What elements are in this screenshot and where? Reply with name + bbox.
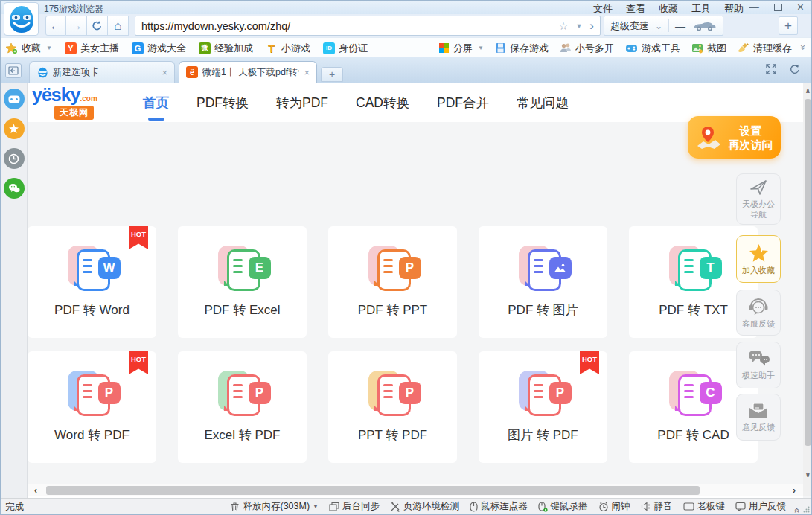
fullscreen-icon[interactable] bbox=[765, 63, 777, 75]
chat-bubbles-icon bbox=[747, 350, 770, 368]
window-controls: — × bbox=[749, 2, 804, 13]
pdf-to-image-icon bbox=[515, 246, 572, 292]
favorites-panel-button[interactable] bbox=[4, 118, 25, 139]
minimize-button[interactable]: — bbox=[749, 4, 759, 11]
game-tools-button[interactable]: 游戏工具 bbox=[625, 42, 680, 55]
speed-assistant-button[interactable]: 极速助手 bbox=[736, 342, 781, 388]
card-pdf-to-word[interactable]: HOT W PDF 转 Word bbox=[28, 226, 156, 338]
restore-session-icon[interactable] bbox=[789, 63, 801, 75]
horizontal-scrollbar[interactable]: ‹ › bbox=[28, 484, 803, 496]
nav-pdf-merge[interactable]: PDF合并 bbox=[435, 94, 490, 112]
favorites-menu[interactable]: 收藏 ▼ bbox=[5, 42, 52, 55]
browser-side-panel bbox=[1, 83, 28, 499]
split-caret-icon: ▼ bbox=[478, 45, 484, 51]
revisit-settings-button[interactable]: 设置 再次访问 bbox=[688, 116, 781, 159]
close-button[interactable]: × bbox=[797, 3, 804, 12]
nav-to-pdf[interactable]: 转为PDF bbox=[275, 94, 330, 112]
mute-button[interactable]: 静音 bbox=[641, 500, 673, 513]
card-excel-to-pdf[interactable]: P Excel 转 PDF bbox=[178, 351, 307, 463]
resize-grip[interactable] bbox=[803, 506, 810, 513]
go-icon[interactable]: › bbox=[589, 19, 594, 33]
card-pdf-to-image[interactable]: PDF 转 图片 bbox=[479, 226, 607, 338]
games-panel-button[interactable] bbox=[4, 89, 25, 109]
speed-dropdown-icon[interactable]: ⌄ bbox=[655, 21, 662, 31]
toolbar-overflow-icon[interactable]: » bbox=[798, 45, 809, 50]
feedback-button[interactable]: 意见反馈 bbox=[736, 394, 781, 441]
save-icon bbox=[495, 42, 506, 54]
bookmark-id-card[interactable]: ID 身份证 bbox=[323, 42, 368, 55]
alarm-icon bbox=[598, 502, 609, 512]
home-button[interactable]: ⌂ bbox=[108, 16, 129, 36]
macro-recorder-button[interactable]: 键鼠录播 bbox=[538, 500, 588, 513]
card-label: PDF 转 Word bbox=[28, 301, 156, 319]
speed-plus-button[interactable]: + bbox=[779, 16, 798, 35]
save-game-button[interactable]: 保存游戏 bbox=[495, 42, 549, 55]
windows-sync-icon bbox=[329, 502, 339, 511]
multi-account-button[interactable]: 小号多开 bbox=[560, 42, 614, 55]
browser-logo[interactable] bbox=[4, 2, 39, 36]
wechat-icon bbox=[8, 183, 20, 193]
image-icon bbox=[554, 263, 566, 273]
card-label: Word 转 PDF bbox=[28, 426, 156, 444]
collapse-sidebar-button[interactable] bbox=[5, 63, 22, 78]
new-tab-button[interactable]: + bbox=[321, 67, 343, 82]
tab-close-icon[interactable]: × bbox=[304, 67, 310, 78]
bookmark-star-icon[interactable]: ☆ bbox=[559, 20, 569, 32]
car-icon[interactable] bbox=[691, 20, 717, 32]
url-text[interactable]: https://mydown.yesky.com/zhq/ bbox=[141, 20, 552, 32]
background-sync-button[interactable]: 后台同步 bbox=[329, 500, 380, 513]
favorites-star-icon bbox=[5, 42, 18, 54]
card-pdf-to-ppt[interactable]: P PDF 转 PPT bbox=[328, 226, 457, 338]
nav-pdf-convert[interactable]: PDF转换 bbox=[195, 94, 250, 112]
boss-key-button[interactable]: 老板键 bbox=[683, 500, 726, 513]
collapse-panel-icon bbox=[8, 66, 19, 75]
card-pdf-to-excel[interactable]: E PDF 转 Excel bbox=[178, 226, 307, 338]
add-favorite-button[interactable]: 加入收藏 bbox=[736, 235, 781, 283]
bookmark-mini-games[interactable]: T 小游戏 bbox=[266, 42, 310, 55]
scroll-up-icon[interactable]: ∧ bbox=[803, 87, 812, 95]
scroll-left-icon[interactable]: ‹ bbox=[34, 485, 37, 496]
yesky-logo[interactable]: yësky.com 天极网 bbox=[32, 84, 129, 121]
wechat-panel-button[interactable] bbox=[4, 178, 25, 199]
bookmark-game-hall[interactable]: G 游戏大全 bbox=[132, 42, 186, 55]
history-panel-button[interactable] bbox=[4, 148, 25, 169]
card-word-to-pdf[interactable]: HOT P Word 转 PDF bbox=[28, 351, 156, 463]
nav-cad-convert[interactable]: CAD转换 bbox=[354, 94, 411, 112]
free-memory-button[interactable]: 释放内存(303M) ▼ bbox=[230, 500, 319, 513]
card-ppt-to-pdf[interactable]: P PPT 转 PDF bbox=[328, 351, 457, 463]
horizontal-scroll-thumb[interactable] bbox=[46, 486, 700, 495]
speed-mode-label[interactable]: 超级变速 bbox=[610, 19, 649, 33]
scroll-right-icon[interactable]: › bbox=[793, 485, 796, 496]
paper-plane-icon bbox=[749, 179, 768, 196]
scroll-down-icon[interactable]: ∨ bbox=[803, 471, 812, 479]
trash-icon bbox=[230, 502, 240, 512]
mouse-clicker-button[interactable]: 鼠标连点器 bbox=[470, 500, 528, 513]
url-dropdown-icon[interactable]: ▼ bbox=[575, 22, 582, 30]
tab-close-icon[interactable]: × bbox=[162, 67, 167, 78]
clear-cache-button[interactable]: 清理缓存 bbox=[738, 42, 792, 55]
office-nav-button[interactable]: 天极办公 导航 bbox=[736, 173, 781, 225]
statusbar-collapse-icon[interactable]: » bbox=[792, 508, 802, 514]
customer-service-button[interactable]: 客服反馈 bbox=[736, 290, 781, 336]
nav-home[interactable]: 首页 bbox=[141, 94, 170, 112]
tab-new-tab[interactable]: 新建选项卡 × bbox=[29, 61, 175, 83]
split-screen-button[interactable]: 分屏 ▼ bbox=[438, 42, 484, 55]
bookmark-exp-bonus[interactable]: 微 经验加成 bbox=[199, 42, 253, 55]
card-label: PDF 转 PPT bbox=[328, 301, 457, 319]
user-feedback-button[interactable]: 用户反馈 bbox=[735, 500, 786, 513]
maximize-button[interactable] bbox=[774, 4, 782, 11]
vertical-scroll-thumb[interactable] bbox=[805, 99, 811, 446]
screenshot-button[interactable]: 截图 bbox=[691, 42, 726, 55]
vertical-scrollbar[interactable]: ∧ ∨ bbox=[803, 83, 812, 496]
speed-minus-button[interactable]: — bbox=[675, 20, 685, 32]
env-check-button[interactable]: 页游环境检测 bbox=[390, 500, 459, 513]
forward-button[interactable]: → bbox=[66, 16, 87, 36]
tab-yesky-pdf[interactable]: ë 微端1丨 天极下载pdf转化 × bbox=[179, 61, 317, 83]
nav-faq[interactable]: 常见问题 bbox=[515, 94, 570, 112]
address-bar[interactable]: https://mydown.yesky.com/zhq/ ☆ ▼ › bbox=[135, 16, 601, 36]
back-button[interactable]: ← bbox=[45, 16, 66, 36]
alarm-clock-button[interactable]: 闹钟 bbox=[598, 500, 630, 513]
card-image-to-pdf[interactable]: HOT P 图片 转 PDF bbox=[479, 351, 607, 463]
refresh-button[interactable] bbox=[87, 16, 108, 36]
bookmark-beauty-live[interactable]: Y 美女主播 bbox=[65, 42, 119, 55]
